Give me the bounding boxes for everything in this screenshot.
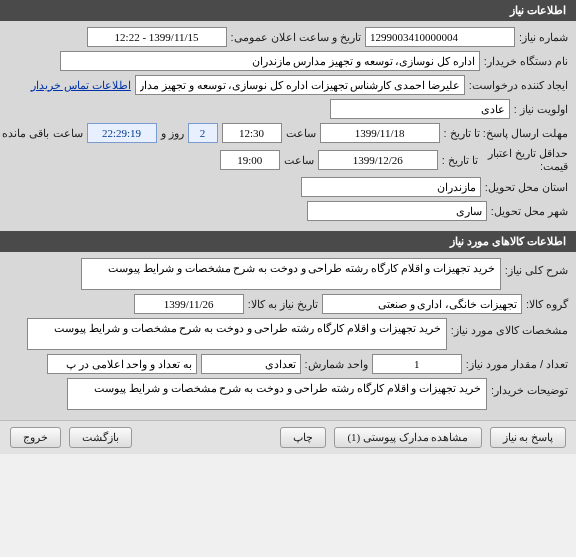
- creator-input: [135, 75, 465, 95]
- section-header-need-info: اطلاعات نیاز: [0, 0, 576, 21]
- min-valid-time-input[interactable]: [220, 150, 280, 170]
- section-body-need-info: شماره نیاز: تاریخ و ساعت اعلان عمومی: نا…: [0, 21, 576, 231]
- qty-label: تعداد / مقدار مورد نیاز:: [466, 358, 568, 371]
- province-input: [301, 177, 481, 197]
- general-desc-label: شرح کلی نیاز:: [505, 258, 568, 277]
- need-date-input[interactable]: [134, 294, 244, 314]
- exit-button[interactable]: خروج: [10, 427, 61, 448]
- countdown-input: [87, 123, 157, 143]
- buyer-org-input[interactable]: [60, 51, 480, 71]
- min-valid-label1: حداقل تاریخ اعتبار: [488, 147, 568, 160]
- need-date-label: تاریخ نیاز به کالا:: [248, 298, 318, 311]
- unit-input[interactable]: [201, 354, 301, 374]
- section-body-goods-info: شرح کلی نیاز: گروه کالا: تاریخ نیاز به ک…: [0, 252, 576, 420]
- days-label: روز و: [161, 127, 184, 140]
- print-button[interactable]: چاپ: [280, 427, 326, 448]
- buyer-org-label: نام دستگاه خریدار:: [484, 55, 568, 68]
- priority-label: اولویت نیاز :: [514, 103, 568, 116]
- city-input: [307, 201, 487, 221]
- per-unit-input: [47, 354, 197, 374]
- section-header-goods-info: اطلاعات کالاهای مورد نیاز: [0, 231, 576, 252]
- creator-label: ایجاد کننده درخواست:: [469, 79, 568, 92]
- deadline-time-label: ساعت: [286, 127, 316, 140]
- city-label: شهر محل تحویل:: [491, 205, 568, 218]
- min-valid-time-label: ساعت: [284, 154, 314, 167]
- priority-input: [330, 99, 510, 119]
- need-no-input[interactable]: [365, 27, 515, 47]
- announce-datetime-input: [87, 27, 227, 47]
- deadline-time-input[interactable]: [222, 123, 282, 143]
- need-no-label: شماره نیاز:: [519, 31, 568, 44]
- deadline-date-input[interactable]: [320, 123, 440, 143]
- min-valid-date-input[interactable]: [318, 150, 438, 170]
- min-valid-to-label: تا تاریخ :: [442, 154, 478, 167]
- attachments-button[interactable]: مشاهده مدارک پیوستی (1): [334, 427, 481, 448]
- respond-button[interactable]: پاسخ به نیاز: [490, 427, 567, 448]
- buyer-notes-textarea[interactable]: [67, 378, 487, 410]
- unit-label: واحد شمارش:: [305, 358, 368, 371]
- group-label: گروه کالا:: [526, 298, 568, 311]
- days-count-input: [188, 123, 218, 143]
- spec-textarea[interactable]: [27, 318, 447, 350]
- button-bar: پاسخ به نیاز مشاهده مدارک پیوستی (1) چاپ…: [0, 420, 576, 454]
- announce-datetime-label: تاریخ و ساعت اعلان عمومی:: [231, 31, 361, 44]
- qty-input[interactable]: [372, 354, 462, 374]
- remaining-label: ساعت باقی مانده: [2, 127, 82, 140]
- min-valid-label2: قیمت:: [488, 160, 568, 173]
- deadline-label: مهلت ارسال پاسخ: تا تاریخ :: [444, 127, 568, 140]
- general-desc-textarea[interactable]: [81, 258, 501, 290]
- province-label: استان محل تحویل:: [485, 181, 568, 194]
- spec-label: مشخصات کالای مورد نیاز:: [451, 318, 568, 337]
- back-button[interactable]: بازگشت: [69, 427, 132, 448]
- group-input[interactable]: [322, 294, 522, 314]
- buyer-notes-label: توضیحات خریدار:: [491, 378, 568, 397]
- buyer-contact-link[interactable]: اطلاعات تماس خریدار: [31, 79, 131, 92]
